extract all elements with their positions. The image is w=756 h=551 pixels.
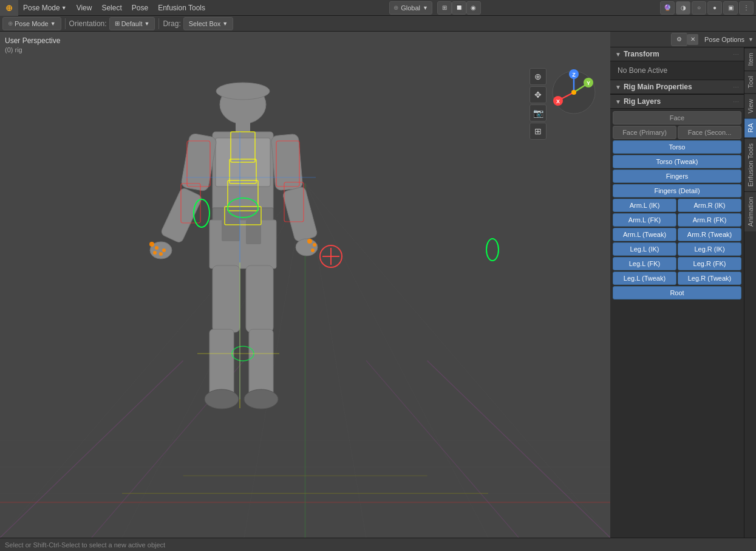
layer-btn-10-1[interactable]: Leg.R (FK): [678, 257, 741, 270]
svg-rect-40: [230, 159, 256, 183]
tab-tool[interactable]: Tool: [744, 70, 756, 93]
panel-close-btn[interactable]: ✕: [687, 34, 698, 45]
svg-line-7: [305, 183, 367, 538]
tab-ra[interactable]: RA: [744, 118, 756, 137]
shading-solid-btn[interactable]: ◑: [676, 1, 690, 15]
svg-rect-24: [209, 220, 276, 269]
tab-view[interactable]: View: [744, 94, 756, 118]
blender-logo[interactable]: ⊕: [0, 0, 18, 16]
layer-btn-2-0[interactable]: Torso: [613, 140, 741, 154]
tab-item[interactable]: Item: [744, 47, 756, 70]
layer-btn-12-0[interactable]: Root: [613, 286, 741, 299]
camera-icon[interactable]: 📷: [530, 104, 547, 121]
drag-selector[interactable]: Select Box ▼: [183, 17, 234, 30]
layer-btn-row-12: Root: [613, 286, 741, 299]
tab-enfusion[interactable]: Enfusion Tools: [744, 138, 756, 191]
layer-btn-10-0[interactable]: Leg.L (FK): [613, 257, 676, 270]
area-options-btn[interactable]: ⋮: [739, 1, 754, 15]
layer-btn-0-0[interactable]: Face: [613, 111, 741, 125]
layer-btn-row-1: Face (Primary)Face (Secon...: [613, 126, 741, 139]
rig-main-arrow: ▼: [615, 84, 621, 91]
mode-selector[interactable]: ⊕ Pose Mode ▼: [2, 17, 61, 30]
rig-layers-content: FaceFace (Primary)Face (Secon...TorsoTor…: [610, 109, 744, 303]
layer-btn-6-1[interactable]: Arm.R (IK): [678, 199, 741, 212]
svg-line-9: [305, 183, 611, 538]
rig-main-section-header[interactable]: ▼ Rig Main Properties ⋯: [610, 80, 744, 94]
svg-line-15: [366, 360, 519, 538]
menu-view[interactable]: View: [72, 0, 97, 16]
layer-btn-9-1[interactable]: Leg.R (IK): [678, 242, 741, 256]
menu-select[interactable]: Select: [97, 0, 126, 16]
layer-btn-row-5: Fingers (Detail): [613, 184, 741, 197]
svg-point-53: [162, 248, 166, 252]
viewport-rig: (0) rig: [5, 46, 60, 53]
pose-tools-btn[interactable]: ⚙: [671, 33, 687, 46]
layer-btn-5-0[interactable]: Fingers (Detail): [613, 184, 741, 197]
bone-target-left: [193, 199, 210, 228]
svg-rect-35: [249, 329, 273, 396]
svg-line-6: [244, 183, 305, 538]
viewport-gizmo[interactable]: Z Y X: [550, 68, 598, 117]
svg-rect-43: [187, 141, 210, 187]
pose-options-bar: ⚙ ✕ Pose Options ▼: [610, 32, 756, 47]
svg-line-12: [0, 360, 183, 538]
svg-line-14: [92, 360, 244, 538]
grid-icon[interactable]: ⊞: [530, 123, 547, 140]
scene-icon-btn[interactable]: 🔮: [660, 1, 675, 15]
svg-point-55: [313, 243, 316, 247]
global-dropdown[interactable]: ⊕ Global ▼: [389, 1, 432, 15]
layer-btn-6-0[interactable]: Arm.L (IK): [613, 199, 676, 212]
menu-pose[interactable]: Pose: [127, 0, 153, 16]
3d-figure: [91, 56, 395, 481]
viewport-right-icons: ⊕ ✥ 📷 ⊞: [530, 68, 547, 140]
orientation-selector[interactable]: ⊞ Default ▼: [109, 17, 155, 30]
transform-icon-btn[interactable]: ⊞: [437, 1, 452, 15]
svg-point-27: [150, 242, 172, 259]
layer-btn-1-0[interactable]: Face (Primary): [613, 126, 676, 139]
rig-layers-section-header[interactable]: ▼ Rig Layers ⋯: [610, 95, 744, 109]
svg-point-52: [159, 252, 163, 256]
layer-btn-7-1[interactable]: Arm.R (FK): [678, 213, 741, 227]
svg-rect-38: [246, 220, 261, 244]
svg-point-47: [228, 198, 258, 217]
svg-point-56: [311, 248, 315, 252]
transform-section-title: Transform: [624, 50, 659, 58]
proportional-icon-btn[interactable]: ◉: [466, 1, 481, 15]
transform-section-header[interactable]: ▼ Transform ⋯: [610, 47, 744, 61]
move-icon[interactable]: ✥: [530, 86, 547, 103]
object-mode-icon[interactable]: ⊕: [530, 68, 547, 85]
menu-pose-mode[interactable]: Pose Mode ▼: [18, 0, 72, 16]
tab-animation[interactable]: Animation: [744, 191, 756, 231]
svg-point-61: [320, 245, 342, 267]
rig-layers-section-dots: ⋯: [733, 98, 739, 105]
layer-btn-8-1[interactable]: Arm.R (Tweak): [678, 228, 741, 241]
layer-btn-row-7: Arm.L (FK)Arm.R (FK): [613, 213, 741, 227]
viewport-3d[interactable]: User Perspective (0) rig: [0, 32, 610, 538]
right-panel-inner: ▼ Transform ⋯ No Bone Active ▼ Rig Main …: [610, 47, 756, 538]
header-toolbar: ⊕ Pose Mode ▼ Orientation: ⊞ Default ▼ D…: [0, 16, 756, 32]
svg-line-5: [122, 183, 305, 538]
layer-btn-1-1[interactable]: Face (Secon...: [678, 126, 741, 139]
editor-type-btn[interactable]: ▣: [723, 1, 738, 15]
shading-wire-btn[interactable]: ○: [692, 1, 706, 15]
svg-point-54: [307, 239, 312, 244]
svg-point-19: [216, 83, 270, 100]
svg-text:Y: Y: [587, 80, 590, 86]
snap-icon-btn[interactable]: 🔲: [452, 1, 466, 15]
shading-render-btn[interactable]: ●: [707, 1, 722, 15]
layer-btn-11-0[interactable]: Leg.L (Tweak): [613, 272, 676, 285]
menu-enfusion-tools[interactable]: Enfusion Tools: [153, 0, 210, 16]
layer-btn-row-10: Leg.L (FK)Leg.R (FK): [613, 257, 741, 270]
viewport-perspective: User Perspective: [5, 36, 60, 45]
layer-btn-11-1[interactable]: Leg.R (Tweak): [678, 272, 741, 285]
layer-btn-7-0[interactable]: Arm.L (FK): [613, 213, 676, 227]
layer-btn-row-8: Arm.L (Tweak)Arm.R (Tweak): [613, 228, 741, 241]
layer-btn-8-0[interactable]: Arm.L (Tweak): [613, 228, 676, 241]
layer-btn-3-0[interactable]: Torso (Tweak): [613, 155, 741, 168]
no-bone-active-text: No Bone Active: [610, 61, 744, 80]
transform-arrow: ▼: [615, 51, 621, 58]
svg-rect-45: [276, 141, 299, 187]
svg-rect-44: [181, 183, 200, 223]
layer-btn-9-0[interactable]: Leg.L (IK): [613, 242, 676, 256]
layer-btn-4-0[interactable]: Fingers: [613, 169, 741, 183]
